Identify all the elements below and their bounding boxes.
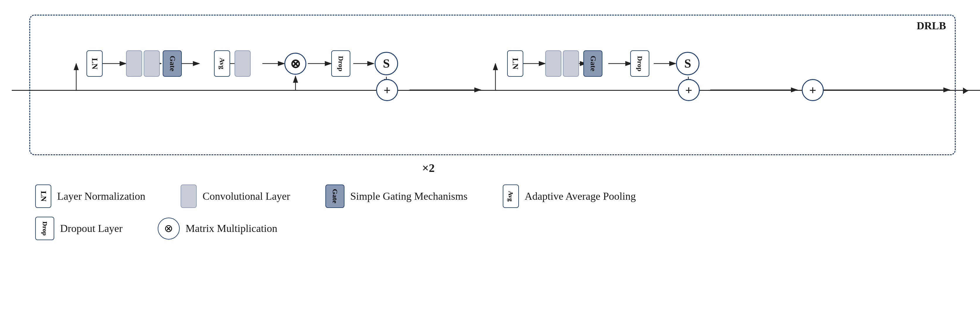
- legend-item-avg: Avg Adaptive Average Pooling: [503, 184, 636, 208]
- main-container: DRLB: [12, 9, 968, 319]
- plus1-label: +: [384, 83, 391, 97]
- conv1a-block: [126, 51, 142, 77]
- legend-item-ln: LN Layer Normalization: [35, 184, 145, 208]
- main-line: [12, 90, 980, 91]
- legend-item-mult: ⊗ Matrix Multiplication: [158, 218, 277, 239]
- legend-icon-conv: [181, 184, 197, 208]
- legend-avg-text: Adaptive Average Pooling: [525, 190, 636, 202]
- times2-label: ×2: [422, 161, 435, 175]
- plus2-label: +: [686, 83, 692, 97]
- legend-icon-drop: Drop: [35, 217, 54, 240]
- s1-label: S: [383, 57, 390, 71]
- legend-conv-text: Convolutional Layer: [202, 190, 290, 202]
- mult-label: ⊗: [290, 57, 301, 71]
- ln2-label: LN: [511, 58, 520, 70]
- legend-item-gate: Gate Simple Gating Mechanisms: [325, 184, 468, 208]
- legend-icon-mult: ⊗: [158, 218, 180, 239]
- main-arrow: [963, 87, 968, 94]
- legend: LN Layer Normalization Convolutional Lay…: [35, 184, 961, 249]
- legend-icon-avg: Avg: [503, 184, 519, 208]
- ln2-block: LN: [507, 51, 523, 77]
- plus1-circle: +: [376, 79, 398, 101]
- conv1b-block: [144, 51, 160, 77]
- avg1-block: Avg: [214, 51, 230, 77]
- drop2-block: Drop: [630, 51, 649, 77]
- conv2a-block: [545, 51, 562, 77]
- drlb-label: DRLB: [917, 20, 946, 32]
- ln1-block: LN: [86, 51, 103, 77]
- mult-circle: ⊗: [284, 53, 306, 74]
- ln1-label: LN: [90, 58, 99, 70]
- conv1c-block: [234, 51, 251, 77]
- legend-gate-text: Simple Gating Mechanisms: [350, 190, 468, 202]
- legend-drop-text: Dropout Layer: [60, 222, 123, 235]
- legend-icon-gate: Gate: [325, 184, 344, 208]
- gate1-label: Gate: [168, 55, 177, 71]
- gate2-block: Gate: [583, 51, 603, 77]
- s2-label: S: [684, 57, 691, 71]
- legend-mult-text: Matrix Multiplication: [186, 222, 277, 235]
- drop1-block: Drop: [331, 51, 350, 77]
- gate2-label: Gate: [589, 55, 597, 71]
- legend-icon-ln: LN: [35, 184, 51, 208]
- legend-row-2: Drop Dropout Layer ⊗ Matrix Multiplicati…: [35, 217, 961, 240]
- s1-circle: S: [375, 52, 398, 75]
- legend-ln-text: Layer Normalization: [57, 190, 145, 202]
- drop2-label: Drop: [636, 56, 644, 71]
- plus2-circle: +: [678, 79, 700, 101]
- s2-circle: S: [676, 52, 700, 75]
- gate1-block: Gate: [163, 51, 182, 77]
- plus3-circle: +: [802, 79, 824, 101]
- legend-item-drop: Drop Dropout Layer: [35, 217, 123, 240]
- plus3-label: +: [810, 83, 816, 97]
- legend-row-1: LN Layer Normalization Convolutional Lay…: [35, 184, 961, 208]
- conv2b-block: [563, 51, 579, 77]
- legend-item-conv: Convolutional Layer: [181, 184, 290, 208]
- avg1-label: Avg: [218, 58, 226, 70]
- drop1-label: Drop: [337, 56, 345, 71]
